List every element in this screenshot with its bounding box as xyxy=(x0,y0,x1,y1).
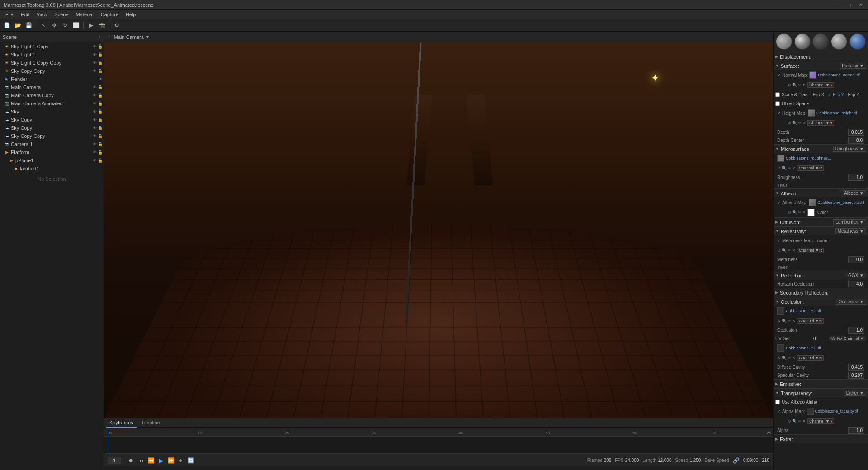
scene-item-lock3[interactable]: 🔒 xyxy=(98,61,103,65)
depth-center-input[interactable] xyxy=(848,137,864,144)
normal-map-thumb[interactable] xyxy=(809,71,816,79)
scene-item-maincamcopy[interactable]: 📷 Main Camera Copy 👁 🔒 xyxy=(0,91,104,99)
scene-item-cam1[interactable]: 📷 Camera 1 👁 🔒 xyxy=(0,140,104,148)
occlusion-input[interactable] xyxy=(848,327,864,334)
albedo-checkbox[interactable]: ✓ xyxy=(777,200,781,205)
reflection-value[interactable]: GGX ▼ xyxy=(846,273,866,278)
scene-lock-cam[interactable]: 🔒 xyxy=(98,85,103,89)
flip-y-btn[interactable]: ✓ Flip Y xyxy=(828,92,844,97)
new-button[interactable]: 📄 xyxy=(2,20,12,30)
scene-lock-sc[interactable]: 🔒 xyxy=(98,118,103,122)
normal-checkbox[interactable]: ✓ xyxy=(777,73,781,78)
diffusion-value[interactable]: Lambertian ▼ xyxy=(833,219,866,225)
scene-item-lock4[interactable]: 🔒 xyxy=(98,69,103,73)
specular-cavity-input[interactable] xyxy=(848,372,864,379)
reflection-section[interactable]: ▼ Reflection: GGX ▼ xyxy=(774,271,868,280)
secondary-reflection-row[interactable]: ▶ Secondary Reflection: xyxy=(774,288,868,297)
scene-item-skycopycopy[interactable]: ☁ Sky Copy Copy 👁 🔒 xyxy=(0,132,104,140)
scene-item-maincam[interactable]: 📷 Main Camera 👁 🔒 xyxy=(0,83,104,91)
scene-eye-mc[interactable]: 👁 xyxy=(93,93,97,98)
cavity-thumb[interactable] xyxy=(777,344,784,352)
preview-sphere-1[interactable] xyxy=(776,33,792,50)
menu-file[interactable]: File xyxy=(2,10,17,19)
scene-eye-c1[interactable]: 👁 xyxy=(93,142,97,146)
scene-item-lock2[interactable]: 🔒 xyxy=(98,52,103,57)
surface-section-header[interactable]: ▼ Surface: Parallax ▼ xyxy=(774,61,868,70)
render-btn[interactable]: ▶ xyxy=(86,20,96,30)
height-map-thumb[interactable] xyxy=(808,109,815,117)
preview-sphere-3[interactable] xyxy=(812,33,829,50)
preview-sphere-4[interactable] xyxy=(831,33,847,50)
scene-lock-sc2[interactable]: 🔒 xyxy=(98,126,103,130)
scene-eye-plat[interactable]: 👁 xyxy=(93,150,97,155)
metalness-input[interactable] xyxy=(848,256,864,263)
microsurface-section[interactable]: ▼ Microsurface: Roughness ▼ xyxy=(774,144,868,153)
albedo-color-swatch[interactable] xyxy=(807,209,815,216)
btn-step-back[interactable]: ⏪ xyxy=(146,456,156,465)
tab-timeline[interactable]: Timeline xyxy=(138,418,164,428)
extra-section[interactable]: ▶ Extra: xyxy=(774,434,868,443)
scene-eye-sky[interactable]: 👁 xyxy=(93,109,97,114)
menu-help[interactable]: Help xyxy=(122,10,140,19)
scene-lock-sky[interactable]: 🔒 xyxy=(98,109,103,114)
save-button[interactable]: 💾 xyxy=(24,20,33,30)
btn-skip-fwd[interactable]: ⏭ xyxy=(176,456,185,465)
scene-item-eye2[interactable]: 👁 xyxy=(93,52,97,57)
tool3[interactable]: ↻ xyxy=(60,20,70,30)
alpha-input[interactable] xyxy=(848,427,864,434)
preview-sphere-5[interactable] xyxy=(849,33,866,50)
settings-btn[interactable]: ⚙ xyxy=(112,20,122,30)
height-checkbox[interactable]: ✓ xyxy=(777,111,781,116)
scene-item-skycopy2[interactable]: ☁ Sky Copy 👁 🔒 xyxy=(0,124,104,132)
metalness-checkbox[interactable]: ✓ xyxy=(777,238,781,243)
scene-lock-mca[interactable]: 🔒 xyxy=(98,101,103,106)
occlusion-thumb[interactable] xyxy=(777,307,784,315)
height-channel-dropdown[interactable]: Channel ▼ R xyxy=(807,120,834,126)
menu-capture[interactable]: Capture xyxy=(97,10,122,19)
scene-item-eye4[interactable]: 👁 xyxy=(93,69,97,73)
scene-item-render[interactable]: ⊞ Render 👁 xyxy=(0,75,104,83)
occ-clear[interactable]: ✕ xyxy=(792,319,796,323)
roughness-thumb[interactable] xyxy=(777,155,784,162)
invert-btn[interactable]: Invert xyxy=(777,183,788,188)
occlusion-channel-dropdown[interactable]: Channel ▼ R xyxy=(797,318,824,324)
scene-eye-scc[interactable]: 👁 xyxy=(93,134,97,138)
met-settings[interactable]: ⚙ xyxy=(777,248,781,253)
scene-lock-scc[interactable]: 🔒 xyxy=(98,134,103,138)
occ-search[interactable]: 🔍 xyxy=(782,319,787,323)
preview-sphere-2[interactable] xyxy=(794,33,811,50)
vertex-channel-btn[interactable]: Vertex Channel ▼ xyxy=(829,336,866,341)
scene-item-platform[interactable]: ▶ Platform 👁 🔒 xyxy=(0,148,104,156)
btn-loop[interactable]: 🔄 xyxy=(186,456,195,465)
scene-item-sky1[interactable]: ☀ Sky Light 1 👁 🔒 xyxy=(0,51,104,59)
alb-clear[interactable]: ✕ xyxy=(802,210,806,215)
surface-value[interactable]: Parallax ▼ xyxy=(840,63,866,69)
alph-edit[interactable]: ✏ xyxy=(798,419,802,423)
r-settings[interactable]: ⚙ xyxy=(777,166,781,170)
menu-edit[interactable]: Edit xyxy=(17,10,33,19)
scene-eye-pp[interactable]: 👁 xyxy=(93,158,97,163)
diffuse-cavity-input[interactable] xyxy=(848,364,864,371)
roughness-channel-dropdown[interactable]: Channel ▼ R xyxy=(797,165,824,171)
viewport-canvas[interactable]: ✦ xyxy=(104,42,773,418)
tool1[interactable]: ↖ xyxy=(38,20,48,30)
minimize-button[interactable]: ─ xyxy=(839,1,846,9)
btn-skip-back[interactable]: ⏮ xyxy=(137,456,146,465)
scene-item-sky1cc[interactable]: ☀ Sky Light 1 Copy Copy 👁 🔒 xyxy=(0,59,104,67)
cav-edit[interactable]: ✏ xyxy=(788,356,791,360)
flip-x-btn[interactable]: Flip X xyxy=(813,92,825,97)
scene-eye-mca[interactable]: 👁 xyxy=(93,101,97,106)
alph-search[interactable]: 🔍 xyxy=(792,419,797,423)
roughness-input[interactable] xyxy=(848,174,864,181)
cavity-channel-dropdown[interactable]: Channel ▼ R xyxy=(797,355,824,361)
alb-search[interactable]: 🔍 xyxy=(792,210,797,215)
object-space-check[interactable] xyxy=(775,101,780,107)
icon-search[interactable]: 🔍 xyxy=(792,83,797,87)
scene-lock-plat[interactable]: 🔒 xyxy=(98,150,103,155)
capture-btn[interactable]: 📸 xyxy=(97,20,107,30)
viewport[interactable]: ≡ Main Camera ▼ xyxy=(104,32,773,418)
reflectivity-section[interactable]: ▼ Reflectivity: Metalness ▼ xyxy=(774,226,868,235)
scene-item-skycopy[interactable]: ☁ Sky Copy 👁 🔒 xyxy=(0,116,104,124)
h-icon-clear[interactable]: ✕ xyxy=(802,121,806,125)
scale-bias-check[interactable] xyxy=(775,92,780,98)
